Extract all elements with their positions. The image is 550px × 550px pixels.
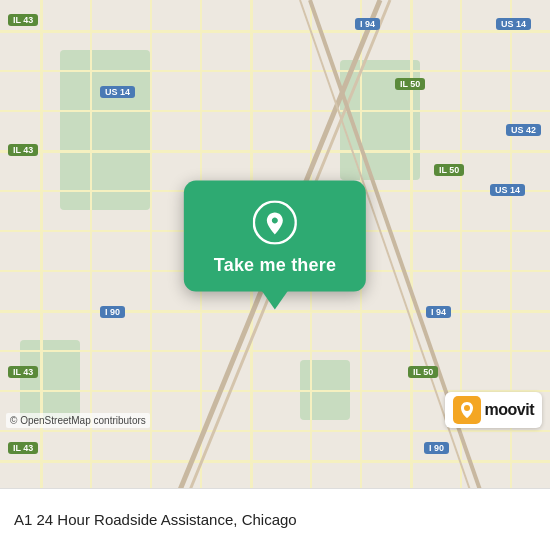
svg-point-6 [464, 405, 470, 411]
label-us14-left: US 14 [100, 86, 135, 98]
street-h-11 [0, 430, 550, 432]
label-i94-mid: I 94 [426, 306, 451, 318]
moovit-logo: moovit [445, 392, 542, 428]
bottom-bar: A1 24 Hour Roadside Assistance, Chicago [0, 488, 550, 550]
label-i94-top: I 94 [355, 18, 380, 30]
label-i90-bottom: I 90 [424, 442, 449, 454]
label-il43-bottom: IL 43 [8, 442, 38, 454]
label-us14-right: US 14 [496, 18, 531, 30]
location-name: A1 24 Hour Roadside Assistance, Chicago [14, 511, 297, 528]
street-h-9 [0, 350, 550, 352]
popup-card[interactable]: Take me there [184, 181, 366, 292]
street-v-3 [150, 0, 152, 490]
label-il43-left: IL 43 [8, 144, 38, 156]
take-me-there-button[interactable]: Take me there [214, 255, 336, 276]
street-h-4 [0, 150, 550, 153]
park-area-1 [60, 50, 150, 210]
street-v-8 [410, 0, 413, 490]
svg-point-4 [254, 202, 296, 244]
label-us14-mid: US 14 [490, 184, 525, 196]
moovit-brand-name: moovit [485, 401, 534, 419]
location-pin-icon [253, 201, 297, 245]
street-h-3 [0, 110, 550, 112]
street-h-2 [0, 70, 550, 72]
street-h-8 [0, 310, 550, 313]
label-il43-top: IL 43 [8, 14, 38, 26]
label-il50-lower: IL 50 [408, 366, 438, 378]
map-container: I 94 US 14 IL 43 IL 43 US 14 IL 50 IL 50… [0, 0, 550, 490]
moovit-icon [453, 396, 481, 424]
map-attribution: © OpenStreetMap contributors [6, 413, 150, 428]
street-h-1 [0, 30, 550, 33]
label-i90-mid: I 90 [100, 306, 125, 318]
label-us42: US 42 [506, 124, 541, 136]
street-h-12 [0, 460, 550, 463]
label-il50-mid: IL 50 [434, 164, 464, 176]
park-area-2 [20, 340, 80, 420]
label-il50-top: IL 50 [395, 78, 425, 90]
label-il43-lower: IL 43 [8, 366, 38, 378]
